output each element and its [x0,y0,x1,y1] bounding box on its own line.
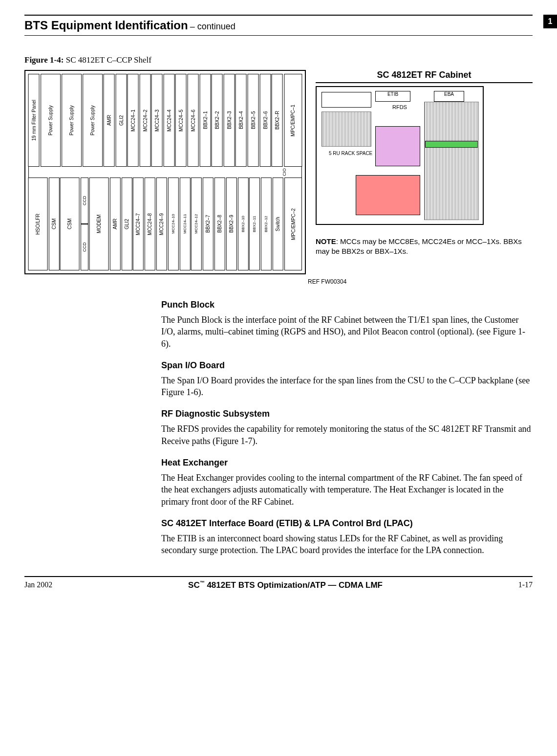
shelf-top-row: 19 mm Filter Panel Power Supply Power Su… [28,74,302,167]
para-rfds: The RFDS provides the capability for rem… [161,423,533,447]
rfds-label: RFDS [392,104,407,110]
etib-label: ETIB [375,91,410,102]
slot-ps2: Power Supply [62,74,82,167]
page-footer: Jan 2002 SC™ 4812ET BTS Optimization/ATP… [24,576,533,590]
para-heat-ex: The Heat Exchanger provides cooling to t… [161,472,533,508]
slot-hso-lfr: HSO/LFR [28,178,48,270]
slot-bbx2-2: BBX2–2 [212,74,223,167]
slot-bbx2-4: BBX2–4 [236,74,247,167]
para-etib-lpac: The ETIB is an interconnect board showin… [161,533,533,556]
slot-amr-top: AMR [104,74,115,167]
slot-mpc-2: MPC/EMPC–2 [284,178,302,270]
slot-mcc24-6: MCC24–6 [188,74,199,167]
slot-bbx2-10: BBX2–10 [238,178,249,270]
slot-ccd-stack: CCD CCD [81,178,88,270]
page-title: BTS Equipment Identification [24,19,188,32]
slot-mcc24-7: MCC24–7 [133,178,144,270]
slot-mcc24-1: MCC24–1 [128,74,139,167]
shelf-bottom-row: HSO/LFR CSM CSM CCD CCD MODEM AMR GLI2 M… [28,178,302,270]
figure-caption: Figure 1-4: SC 4812ET C–CCP Shelf [24,55,533,65]
slot-mcc24-3: MCC24–3 [151,74,163,167]
chapter-tab: 1 [543,15,557,28]
heading-punch-block: Punch Block [161,300,533,310]
body-text: Punch Block The Punch Block is the inter… [161,300,533,556]
heading-span-io: Span I/O Board [161,360,533,371]
cabinet-title: SC 4812ET RF Cabinet [316,70,533,83]
slot-ccd-bottom: CCD [81,224,88,270]
figure-title: SC 4812ET C–CCP Shelf [66,55,151,65]
cio-label: CIO [282,168,287,176]
ccp-shelf-diagram: 19 mm Filter Panel Power Supply Power Su… [24,70,306,274]
slot-mcc24-10: MCC24–10 [168,178,179,270]
slot-bbx2-3: BBX2–3 [224,74,235,167]
figure-ref: REF FW00304 [308,278,533,285]
slot-ccd-top: CCD [81,178,88,224]
heading-etib-lpac: SC 4812ET Interface Board (ETIB) & LPA C… [161,518,533,529]
note-label: NOTE [316,237,336,245]
heading-rfds: RF Diagnostic Subsystem [161,409,533,419]
slot-bbx2-5: BBX2–5 [248,74,259,167]
rack-space-label: 5 RU RACK SPACE [329,151,372,156]
slot-bbx2-6: BBX2–6 [260,74,271,167]
slot-bbx2-7: BBX2–7 [203,178,214,270]
slot-bbx2-11: BBX2–11 [249,178,260,270]
slot-mpc-1: MPC/EMPC–1 [284,74,302,167]
slot-amr-bottom: AMR [110,178,121,270]
slot-ps3: Power Supply [83,74,103,167]
slot-gli2-top: GLI2 [116,74,127,167]
slot-mcc24-12: MCC24–12 [191,178,202,270]
footer-page-num: 1-17 [518,580,533,589]
slot-mcc24-8: MCC24–8 [145,178,155,270]
slot-mcc24-2: MCC24–2 [140,74,151,167]
footer-doc-title: SC™ 4812ET BTS Optimization/ATP — CDMA L… [188,580,383,590]
slot-filter-panel: 19 mm Filter Panel [28,74,40,167]
slot-ps1: Power Supply [41,74,61,167]
note-text: : MCCs may be MCC8Es, MCC24Es or MCC–1Xs… [316,237,522,255]
rf-cabinet-diagram: ETIB EBA RFDS 5 RU RACK SPACE [316,86,484,225]
slot-bbx2-8: BBX2–8 [214,178,225,270]
slot-bbx2-12: BBX2–12 [261,178,272,270]
slot-csm-2: CSM [60,178,80,270]
eba-label: EBA [434,91,464,102]
heading-heat-ex: Heat Exchanger [161,458,533,468]
figure-1-4: 19 mm Filter Panel Power Supply Power Su… [24,70,533,274]
slot-gli2-bottom: GLI2 [122,178,132,270]
slot-switch: Switch [273,178,283,270]
figure-note: NOTE: MCCs may be MCC8Es, MCC24Es or MCC… [316,237,533,256]
page-title-continued: – continued [190,22,236,31]
slot-bbx2-r: BBX2–R [272,74,283,167]
slot-mcc24-11: MCC24–11 [180,178,191,270]
slot-mcc24-9: MCC24–9 [156,178,167,270]
footer-date: Jan 2002 [24,580,52,589]
slot-modem: MODEM [89,178,109,270]
para-punch-block: The Punch Block is the interface point o… [161,314,533,350]
para-span-io: The Span I/O Board provides the interfac… [161,375,533,399]
slot-bbx2-1: BBX2–1 [200,74,211,167]
cio-row: CIO [28,167,302,178]
slot-bbx2-9: BBX2–9 [226,178,237,270]
slot-mcc24-5: MCC24–5 [175,74,187,167]
figure-label: Figure 1-4: [24,55,64,65]
slot-mcc24-4: MCC24–4 [164,74,175,167]
slot-csm-1: CSM [49,178,60,270]
